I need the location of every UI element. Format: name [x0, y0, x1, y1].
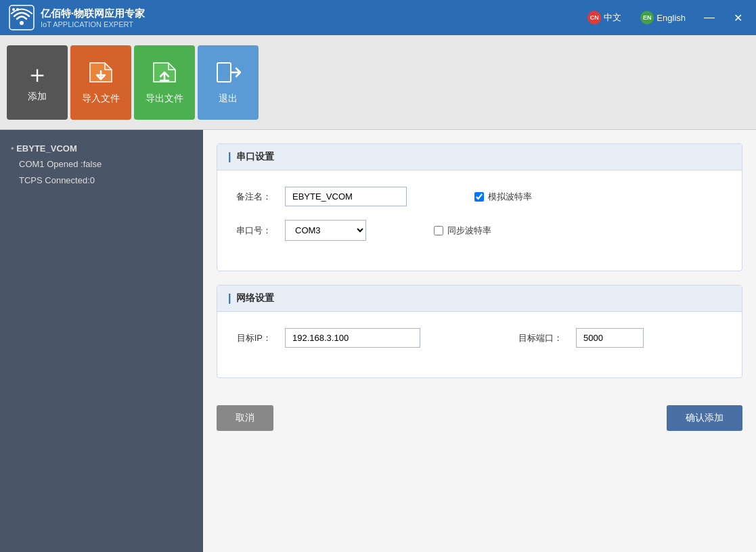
svg-point-1 — [12, 8, 15, 11]
titlebar: 亿佰特·物联网应用专家 IoT APPLICATION EXPERT CN 中文… — [0, 0, 756, 35]
target-ip-label: 目标IP： — [231, 332, 271, 344]
alias-label: 备注名： — [231, 191, 271, 203]
network-settings-title: 网络设置 — [236, 292, 274, 304]
export-icon — [151, 60, 178, 89]
port-label: 串口号： — [231, 225, 271, 237]
content-area: 串口设置 备注名： 模拟波特率 串口号： COM3 CO — [203, 130, 756, 552]
sync-baud-group: 同步波特率 — [434, 225, 491, 237]
simulate-baud-label: 模拟波特率 — [488, 191, 532, 203]
target-ip-input[interactable] — [285, 328, 420, 348]
import-label: 导入文件 — [82, 93, 120, 105]
port-select[interactable]: COM3 COM1 COM2 COM4 COM5 — [285, 220, 366, 241]
toolbar: ＋ 添加 导入文件 导出文件 — [0, 35, 756, 130]
exit-icon — [215, 60, 242, 89]
exit-button[interactable]: 退出 — [198, 45, 259, 120]
bottom-buttons: 取消 确认添加 — [217, 392, 742, 431]
logo-area: 亿佰特·物联网应用专家 IoT APPLICATION EXPERT — [8, 4, 145, 31]
en-circle: EN — [640, 11, 654, 24]
app-name: 亿佰特·物联网应用专家 IoT APPLICATION EXPERT — [41, 7, 145, 28]
target-port-label: 目标端口： — [515, 332, 562, 344]
add-button[interactable]: ＋ 添加 — [7, 45, 68, 120]
device-name: EBYTE_VCOM — [16, 143, 77, 154]
minimize-button[interactable]: — — [699, 7, 719, 28]
close-button[interactable]: ✕ — [728, 7, 748, 28]
device-status2: TCPS Connected:0 — [19, 175, 95, 185]
exit-label: 退出 — [219, 93, 238, 105]
main-area: • EBYTE_VCOM COM1 Opened :false TCPS Con… — [0, 130, 756, 552]
confirm-button[interactable]: 确认添加 — [667, 405, 742, 431]
network-settings-section: 网络设置 目标IP： 目标端口： — [217, 285, 742, 378]
serial-settings-header: 串口设置 — [217, 144, 742, 170]
serial-settings-title: 串口设置 — [236, 151, 274, 163]
network-settings-header: 网络设置 — [217, 285, 742, 312]
sync-baud-label: 同步波特率 — [447, 225, 491, 237]
import-icon — [87, 60, 114, 89]
add-icon: ＋ — [25, 62, 49, 87]
svg-point-0 — [20, 21, 24, 25]
sidebar: • EBYTE_VCOM COM1 Opened :false TCPS Con… — [0, 130, 203, 552]
lang-cn-label: 中文 — [604, 12, 621, 24]
import-button[interactable]: 导入文件 — [70, 45, 131, 120]
alias-row: 备注名： 模拟波特率 — [231, 187, 728, 206]
network-settings-body: 目标IP： 目标端口： — [217, 312, 742, 377]
export-button[interactable]: 导出文件 — [134, 45, 195, 120]
ebyte-logo — [8, 4, 35, 31]
titlebar-right: CN 中文 EN English — ✕ — [582, 7, 748, 28]
svg-point-2 — [16, 8, 19, 11]
lang-cn-button[interactable]: CN 中文 — [582, 8, 627, 27]
lang-en-label: English — [657, 13, 686, 23]
serial-settings-body: 备注名： 模拟波特率 串口号： COM3 COM1 COM2 COM4 — [217, 170, 742, 271]
add-label: 添加 — [28, 91, 47, 103]
simulate-baud-checkbox[interactable] — [474, 192, 484, 202]
titlebar-left: 亿佰特·物联网应用专家 IoT APPLICATION EXPERT — [8, 4, 145, 31]
cn-circle: CN — [587, 11, 601, 24]
sync-baud-checkbox[interactable] — [434, 226, 443, 235]
ip-row: 目标IP： 目标端口： — [231, 328, 728, 348]
lang-en-button[interactable]: EN English — [635, 8, 691, 27]
port-row: 串口号： COM3 COM1 COM2 COM4 COM5 同步波特率 — [231, 220, 728, 241]
sidebar-device-item[interactable]: • EBYTE_VCOM COM1 Opened :false TCPS Con… — [11, 141, 192, 188]
svg-rect-4 — [217, 63, 231, 82]
target-port-input[interactable] — [576, 328, 644, 348]
cancel-button[interactable]: 取消 — [217, 405, 273, 431]
serial-settings-section: 串口设置 备注名： 模拟波特率 串口号： COM3 CO — [217, 143, 742, 271]
simulate-baud-group: 模拟波特率 — [474, 191, 532, 203]
export-label: 导出文件 — [146, 93, 183, 105]
alias-input[interactable] — [285, 187, 407, 206]
device-status1: COM1 Opened :false — [19, 159, 102, 169]
